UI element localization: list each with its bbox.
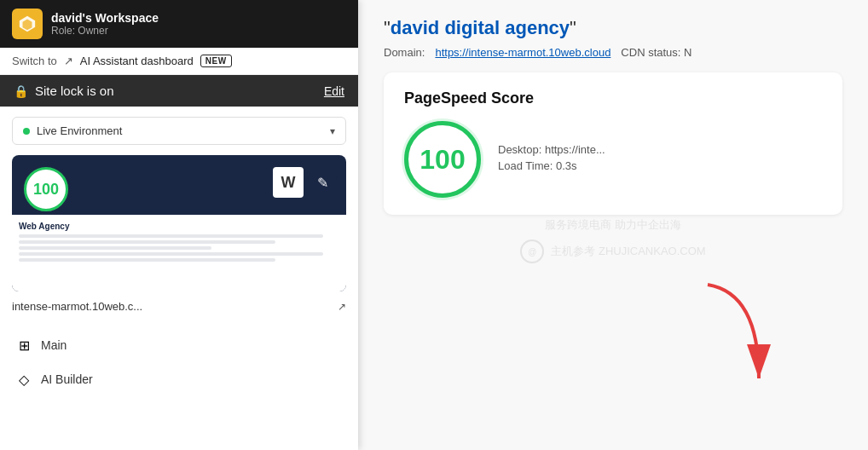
site-url-bar[interactable]: intense-marmot.10web.c... ↗ bbox=[12, 300, 346, 313]
pagespeed-desktop: Desktop: https://inte... bbox=[498, 143, 822, 156]
sidebar-item-label: Main bbox=[41, 338, 67, 352]
domain-row: Domain: https://intense-marmot.10web.clo… bbox=[384, 46, 842, 59]
pagespeed-row: 100 Desktop: https://inte... Load Time: … bbox=[404, 121, 822, 198]
preview-line bbox=[19, 240, 275, 244]
site-preview-card: 100 W ✎ Web Agency bbox=[12, 155, 346, 291]
preview-content-title: Web Agency bbox=[19, 222, 339, 231]
app-container: david's Workspace Role: Owner Switch to … bbox=[0, 0, 868, 450]
preview-line bbox=[19, 252, 323, 256]
pagespeed-section: PageSpeed Score 100 Desktop: https://int… bbox=[384, 72, 842, 215]
cdn-status: CDN status: N bbox=[621, 46, 692, 59]
preview-line bbox=[19, 258, 275, 262]
pagespeed-load-time: Load Time: 0.3s bbox=[498, 159, 822, 172]
site-title: david digital agency bbox=[391, 17, 570, 38]
switch-to-label: Switch to bbox=[12, 55, 57, 67]
ai-dashboard-label: AI Assistant dashboard bbox=[80, 55, 194, 67]
main-icon: ⊞ bbox=[15, 337, 32, 354]
workspace-role: Role: Owner bbox=[51, 25, 346, 37]
main-content: @ 主机参考 ZHUJICANKAO.COM 服务跨境电商 助力中企出海 @ 主… bbox=[358, 0, 868, 450]
nav-items: ⊞ Main ◇ AI Builder bbox=[0, 321, 358, 403]
env-label: Live Environment bbox=[37, 124, 323, 137]
preview-line bbox=[19, 246, 211, 250]
ai-builder-icon: ◇ bbox=[15, 371, 32, 388]
site-lock-left: 🔒 Site lock is on bbox=[14, 84, 114, 98]
preview-edit-icon[interactable]: ✎ bbox=[307, 167, 338, 198]
site-title-row: "david digital agency" bbox=[384, 17, 842, 39]
preview-lines bbox=[19, 234, 339, 262]
external-link-icon[interactable]: ↗ bbox=[338, 301, 346, 313]
workspace-logo bbox=[12, 9, 43, 39]
wordpress-icon: W bbox=[273, 167, 304, 198]
site-url-text: intense-marmot.10web.c... bbox=[12, 300, 331, 313]
sidebar-item-main[interactable]: ⊞ Main bbox=[0, 328, 358, 362]
site-lock-text: Site lock is on bbox=[35, 84, 114, 98]
edit-link[interactable]: Edit bbox=[324, 84, 344, 98]
site-lock-bar: 🔒 Site lock is on Edit bbox=[0, 75, 358, 107]
switch-to-bar[interactable]: Switch to ↗ AI Assistant dashboard NEW bbox=[0, 48, 358, 75]
pagespeed-score: 100 bbox=[404, 121, 481, 198]
env-selector[interactable]: Live Environment ▾ bbox=[12, 117, 346, 145]
domain-label: Domain: bbox=[384, 46, 425, 59]
sidebar: david's Workspace Role: Owner Switch to … bbox=[0, 0, 358, 450]
new-badge: NEW bbox=[200, 55, 232, 67]
close-quote: " bbox=[570, 17, 576, 38]
preview-score: 100 bbox=[24, 167, 68, 211]
preview-content: Web Agency bbox=[12, 215, 346, 291]
sidebar-item-ai-builder[interactable]: ◇ AI Builder bbox=[0, 362, 358, 396]
workspace-info: david's Workspace Role: Owner bbox=[51, 11, 346, 37]
pagespeed-title: PageSpeed Score bbox=[404, 89, 822, 107]
preview-line bbox=[19, 234, 323, 238]
pagespeed-details: Desktop: https://inte... Load Time: 0.3s bbox=[498, 143, 822, 176]
workspace-name: david's Workspace bbox=[51, 11, 346, 25]
sidebar-item-label: AI Builder bbox=[41, 372, 93, 386]
domain-link[interactable]: https://intense-marmot.10web.cloud bbox=[435, 46, 610, 59]
chevron-down-icon: ▾ bbox=[330, 125, 335, 137]
lock-icon: 🔒 bbox=[14, 84, 28, 98]
workspace-header: david's Workspace Role: Owner bbox=[0, 0, 358, 48]
env-dot bbox=[23, 128, 30, 135]
content-area: "david digital agency" Domain: https://i… bbox=[358, 0, 868, 232]
red-arrow bbox=[682, 276, 784, 399]
open-quote: " bbox=[384, 17, 391, 38]
